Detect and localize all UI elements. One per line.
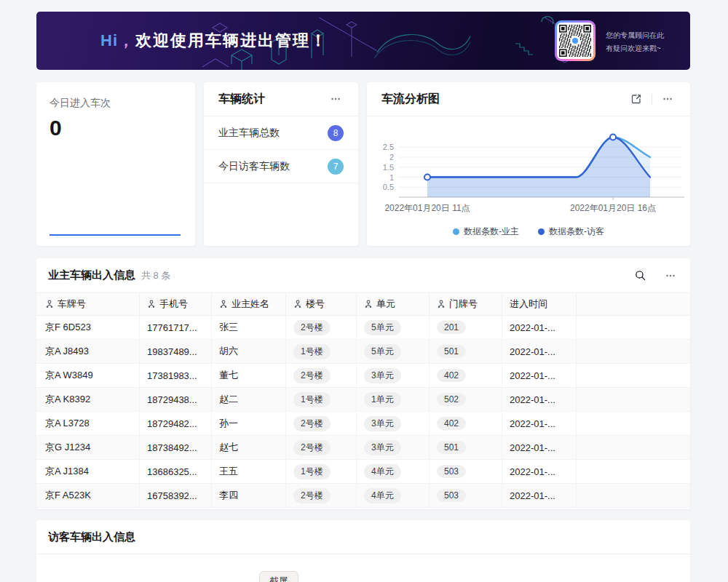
cell-name: 赵七 (212, 436, 286, 459)
today-entries-label: 今日进入车次 (50, 97, 182, 110)
cell-building: 2号楼 (286, 436, 357, 459)
column-header-7[interactable] (577, 293, 690, 315)
cell-name: 王五 (212, 460, 286, 483)
table-row[interactable]: 京A J849319837489...胡六1号楼5单元5012022-01-..… (36, 340, 690, 364)
field-type-icon (147, 300, 156, 308)
legend-item-0[interactable]: 数据条数-业主 (453, 226, 519, 238)
column-header-label: 车牌号 (58, 298, 86, 311)
tag-pill: 2号楼 (293, 416, 331, 431)
column-header-label: 楼号 (306, 298, 325, 311)
cell-plate: 京A J8493 (36, 340, 140, 363)
visitor-partial-button[interactable]: 截屏 (259, 571, 298, 582)
tag-pill: 1号楼 (293, 392, 331, 407)
search-icon[interactable] (632, 268, 648, 284)
column-header-3[interactable]: 楼号 (286, 293, 357, 315)
visitor-table-title: 访客车辆出入信息 (48, 530, 135, 544)
expand-icon[interactable] (628, 91, 644, 107)
cell-empty (577, 340, 690, 363)
legend-label: 数据条数-访客 (549, 226, 604, 238)
stat-item-1: 今日访客车辆数7 (204, 150, 358, 183)
more-icon[interactable] (328, 91, 344, 107)
table-row[interactable]: 京A K839218729438...赵二1号楼1单元5022022-01-..… (36, 388, 690, 412)
svg-text:1: 1 (389, 173, 394, 182)
cell-unit: 3单元 (357, 412, 430, 435)
cell-plate: 京F 6D523 (36, 316, 140, 339)
cell-door: 503 (430, 484, 502, 507)
cell-phone: 17761717... (140, 316, 212, 339)
svg-text:2.5: 2.5 (383, 143, 394, 151)
cell-empty (577, 364, 690, 387)
tag-pill: 2号楼 (293, 368, 331, 383)
cell-door: 402 (430, 412, 502, 435)
tag-pill: 1单元 (364, 392, 401, 407)
owner-table-count: 共 8 条 (141, 269, 170, 282)
cell-building: 2号楼 (286, 412, 357, 435)
cell-plate: 京A W3849 (36, 364, 140, 387)
table-row[interactable]: 京A W384917381983...董七2号楼3单元4022022-01-..… (36, 364, 690, 388)
x-axis-label: 2022年01月20日 16点 (570, 203, 656, 213)
cell-plate: 京A L3728 (36, 412, 140, 435)
legend-item-1[interactable]: 数据条数-访客 (538, 226, 604, 238)
cell-door: 201 (430, 316, 502, 339)
cell-empty (577, 412, 690, 435)
banner-title-hi: Hi (100, 31, 118, 49)
cell-plate: 京F A523K (36, 484, 140, 507)
cell-name: 胡六 (212, 340, 286, 363)
stat-label: 今日访客车辆数 (218, 160, 290, 173)
cell-name: 赵二 (212, 388, 286, 411)
table-row[interactable]: 京F 6D52317761717...张三2号楼5单元2012022-01-..… (36, 316, 690, 340)
stat-count-badge: 7 (328, 159, 344, 175)
more-icon[interactable] (660, 91, 676, 107)
tag-pill: 2号楼 (293, 488, 331, 503)
tag-pill: 1号楼 (293, 464, 331, 479)
chart-legend: 数据条数-业主数据条数-访客 (367, 226, 690, 238)
tag-pill: 5单元 (364, 344, 401, 359)
column-header-6[interactable]: 进入时间 (502, 293, 577, 315)
table-row[interactable]: 京A J138413686325...王五1号楼4单元5032022-01-..… (36, 460, 690, 484)
qr-caption-line1: 您的专属顾问在此 (606, 29, 664, 42)
x-axis-label: 2022年01月20日 11点 (384, 203, 470, 213)
today-entries-value: 0 (50, 116, 182, 140)
stat-count-badge: 8 (328, 125, 344, 141)
owner-table-title: 业主车辆出入信息 (48, 268, 135, 282)
qr-caption: 您的专属顾问在此 有疑问欢迎来戳~ (606, 29, 664, 55)
column-header-2[interactable]: 业主姓名 (212, 293, 286, 315)
table-row[interactable]: 京A L372818729482...孙一2号楼3单元4022022-01-..… (36, 412, 690, 436)
column-header-5[interactable]: 门牌号 (430, 293, 502, 315)
cell-time: 2022-01-... (502, 436, 577, 459)
cell-phone: 18729482... (140, 412, 212, 435)
cell-plate: 京A K8392 (36, 388, 140, 411)
legend-dot (453, 228, 459, 235)
column-header-4[interactable]: 单元 (357, 293, 430, 315)
cell-name: 孙一 (212, 412, 286, 435)
cell-door: 402 (430, 364, 502, 387)
column-header-label: 进入时间 (510, 298, 547, 311)
cell-building: 2号楼 (286, 316, 357, 339)
cell-phone: 17381983... (140, 364, 212, 387)
svg-text:1.5: 1.5 (383, 163, 394, 172)
cell-time: 2022-01-... (502, 460, 577, 483)
stat-label: 业主车辆总数 (218, 127, 280, 140)
cell-phone: 16758392... (140, 484, 212, 507)
tag-pill: 501 (437, 441, 466, 454)
cell-building: 1号楼 (286, 460, 357, 483)
column-header-label: 业主姓名 (232, 298, 269, 311)
cell-empty (577, 484, 690, 507)
column-header-0[interactable]: 车牌号 (36, 293, 140, 315)
cell-unit: 3单元 (357, 364, 430, 387)
vehicle-stats-list: 业主车辆总数8今日访客车辆数7 (204, 116, 358, 183)
cell-time: 2022-01-... (502, 388, 577, 411)
consultant-qr-code (555, 20, 596, 61)
qr-pattern (559, 25, 591, 57)
cell-plate: 京G J1234 (36, 436, 140, 459)
vehicle-stats-title: 车辆统计 (218, 92, 265, 107)
field-type-icon (293, 300, 302, 308)
cell-phone: 18738492... (140, 436, 212, 459)
tag-pill: 2号楼 (293, 440, 331, 455)
more-icon[interactable] (662, 268, 678, 284)
tag-pill: 4单元 (364, 488, 401, 503)
table-row[interactable]: 京F A523K16758392...李四2号楼4单元5032022-01-..… (36, 484, 690, 508)
cell-time: 2022-01-... (502, 340, 577, 363)
table-row[interactable]: 京G J123418738492...赵七2号楼3单元5012022-01-..… (36, 436, 690, 460)
column-header-1[interactable]: 手机号 (140, 293, 212, 315)
